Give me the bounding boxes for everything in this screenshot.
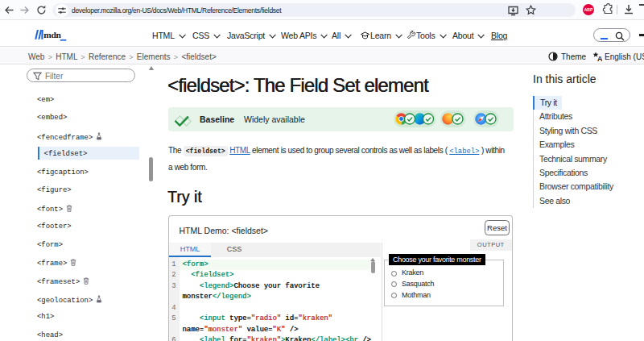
svg-text:mdn: mdn: [43, 29, 61, 39]
svg-text:A: A: [597, 54, 602, 61]
